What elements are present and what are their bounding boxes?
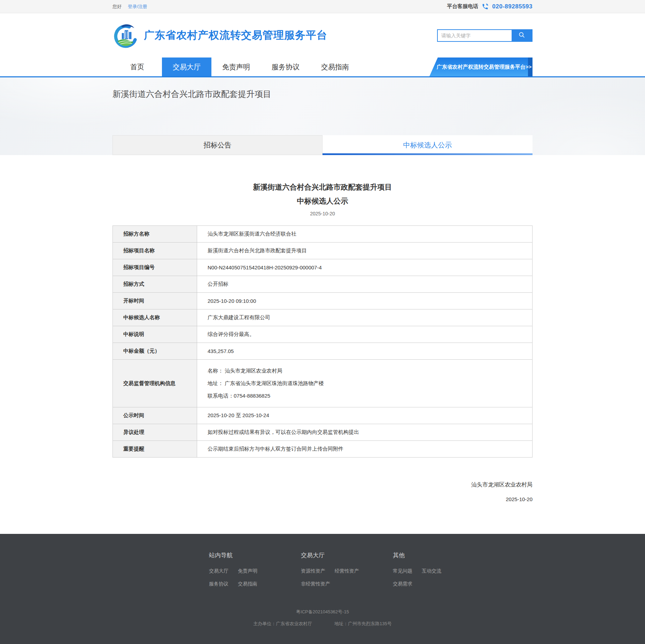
footer-link-row: 交易需求 (393, 581, 451, 587)
row-label: 招标方式 (113, 276, 197, 293)
row-label: 招标项目名称 (113, 243, 197, 259)
footer-link[interactable]: 交易大厅 (209, 568, 228, 574)
announcement-info-table: 招标方名称汕头市龙湖区新溪街道六合经济联合社招标项目名称新溪街道六合村合兴北路市… (112, 225, 533, 458)
nav-item-2[interactable]: 免责声明 (211, 58, 261, 76)
footer-link[interactable]: 交易需求 (393, 581, 412, 587)
footer-link[interactable]: 服务协议 (209, 581, 228, 587)
nav-item-3[interactable]: 服务协议 (261, 58, 310, 76)
ribbon-label: 广东省农村产权流转交易管理服务平台>> (429, 58, 533, 76)
hotline-number: 020-89285593 (492, 3, 533, 10)
tab-bar: 招标公告中标候选人公示 (112, 135, 533, 155)
footer-column-0: 站内导航交易大厅免责声明服务协议交易指南 (209, 551, 301, 593)
login-register-link[interactable]: 登录/注册 (128, 3, 147, 10)
table-row: 开标时间2025-10-20 09:10:00 (113, 293, 533, 309)
row-value: N00-N2440507515420418H-20250929-000007-4 (197, 259, 533, 276)
footer-link-row: 非经营性资产 (301, 581, 393, 587)
table-row: 公示时间2025-10-20 至 2025-10-24 (113, 407, 533, 424)
row-value: 汕头市龙湖区新溪街道六合经济联合社 (197, 226, 533, 243)
footer-column-1: 交易大厅资源性资产经营性资产非经营性资产 (301, 551, 393, 593)
footer-column-title: 站内导航 (209, 551, 301, 559)
announcement-title-line1: 新溪街道六合村合兴北路市政配套提升项目 (112, 180, 533, 194)
nav-item-4[interactable]: 交易指南 (310, 58, 360, 76)
table-row: 招标项目名称新溪街道六合村合兴北路市政配套提升项目 (113, 243, 533, 259)
table-row: 异议处理如对投标过程或结果有异议，可以在公示期内向交易监管机构提出 (113, 424, 533, 441)
footer-column-title: 交易大厅 (301, 551, 393, 559)
row-label: 开标时间 (113, 293, 197, 309)
table-row: 交易监督管理机构信息名称： 汕头市龙湖区农业农村局地址： 广东省汕头市龙湖区珠池… (113, 360, 533, 407)
search-box (437, 29, 533, 42)
table-row: 中标候选人名称广东大鼎建设工程有限公司 (113, 309, 533, 326)
footer-link-row: 常见问题互动交流 (393, 568, 451, 574)
footer-address: 地址：广州市先烈东路135号 (334, 621, 392, 626)
row-value: 2025-10-20 至 2025-10-24 (197, 407, 533, 424)
row-label: 中标候选人名称 (113, 309, 197, 326)
row-label: 中标金额（元） (113, 343, 197, 360)
row-label: 中标说明 (113, 326, 197, 343)
row-value: 公示期结束后招标方与中标人双方签订合同并上传合同附件 (197, 441, 533, 458)
signature-date: 2025-10-20 (112, 496, 533, 502)
footer-link[interactable]: 交易指南 (238, 581, 257, 587)
footer-link[interactable]: 资源性资产 (301, 568, 325, 574)
nav-item-0[interactable]: 首页 (112, 58, 162, 76)
footer-column-title: 其他 (393, 551, 451, 559)
hero-section: 新溪街道六合村合兴北路市政配套提升项目 招标公告中标候选人公示 (0, 77, 645, 155)
row-value-line: 名称： 汕头市龙湖区农业农村局 (208, 365, 529, 377)
site-footer: 站内导航交易大厅免责声明服务协议交易指南交易大厅资源性资产经营性资产非经营性资产… (0, 534, 645, 644)
announcement-title-line2: 中标候选人公示 (112, 194, 533, 208)
footer-column-2: 其他常见问题互动交流交易需求 (393, 551, 451, 593)
search-input[interactable] (438, 30, 512, 41)
signature-organization: 汕头市龙湖区农业农村局 (112, 481, 533, 489)
row-label: 异议处理 (113, 424, 197, 441)
brand[interactable]: 广东省农村产权流转交易管理服务平台 (112, 22, 327, 49)
footer-link[interactable]: 经营性资产 (335, 568, 359, 574)
row-label: 招标项目编号 (113, 259, 197, 276)
search-icon (518, 31, 525, 39)
site-header: 广东省农村产权流转交易管理服务平台 (0, 13, 645, 58)
footer-link-row: 资源性资产经营性资产 (301, 568, 393, 574)
row-value-line: 地址： 广东省汕头市龙湖区珠池街道珠池路物产楼 (208, 377, 529, 390)
row-value: 新溪街道六合村合兴北路市政配套提升项目 (197, 243, 533, 259)
row-value: 名称： 汕头市龙湖区农业农村局地址： 广东省汕头市龙湖区珠池街道珠池路物产楼联系… (197, 360, 533, 407)
row-value: 如对投标过程或结果有异议，可以在公示期内向交易监管机构提出 (197, 424, 533, 441)
table-row: 招标方名称汕头市龙湖区新溪街道六合经济联合社 (113, 226, 533, 243)
row-value: 公开招标 (197, 276, 533, 293)
tab-0[interactable]: 招标公告 (112, 135, 322, 155)
footer-link[interactable]: 非经营性资产 (301, 581, 330, 587)
announcement-date: 2025-10-20 (112, 211, 533, 216)
row-value-line: 联系电话：0754-88836825 (208, 390, 529, 402)
site-title: 广东省农村产权流转交易管理服务平台 (144, 28, 327, 43)
platform-logo-icon (112, 22, 139, 49)
page-title: 新溪街道六合村合兴北路市政配套提升项目 (112, 77, 533, 100)
announcement-content: 新溪街道六合村合兴北路市政配套提升项目 中标候选人公示 2025-10-20 招… (0, 155, 645, 534)
nav-ribbon-banner[interactable]: 广东省农村产权流转交易管理服务平台>> (429, 58, 533, 76)
row-value: 综合评分得分最高。 (197, 326, 533, 343)
row-value: 广东大鼎建设工程有限公司 (197, 309, 533, 326)
footer-link-row: 交易大厅免责声明 (209, 568, 301, 574)
footer-link[interactable]: 免责声明 (238, 568, 257, 574)
footer-link-row: 服务协议交易指南 (209, 581, 301, 587)
nav-item-1[interactable]: 交易大厅 (162, 58, 211, 76)
row-label: 公示时间 (113, 407, 197, 424)
table-row: 招标方式公开招标 (113, 276, 533, 293)
greeting-text: 您好 (112, 3, 122, 10)
table-row: 中标金额（元）435,257.05 (113, 343, 533, 360)
row-value: 2025-10-20 09:10:00 (197, 293, 533, 309)
row-value: 435,257.05 (197, 343, 533, 360)
footer-link[interactable]: 常见问题 (393, 568, 412, 574)
row-label: 交易监督管理机构信息 (113, 360, 197, 407)
footer-organizer: 主办单位：广东省农业农村厅 (253, 621, 312, 626)
phone-icon (482, 3, 489, 10)
topbar: 您好 登录/注册 平台客服电话 020-89285593 (0, 0, 645, 13)
table-row: 重要提醒公示期结束后招标方与中标人双方签订合同并上传合同附件 (113, 441, 533, 458)
row-label: 招标方名称 (113, 226, 197, 243)
footer-link[interactable]: 互动交流 (422, 568, 441, 574)
row-label: 重要提醒 (113, 441, 197, 458)
hotline-label: 平台客服电话 (447, 3, 478, 10)
table-row: 中标说明综合评分得分最高。 (113, 326, 533, 343)
tab-1[interactable]: 中标候选人公示 (322, 135, 533, 155)
search-button[interactable] (512, 30, 532, 41)
main-nav: 首页交易大厅免责声明服务协议交易指南 广东省农村产权流转交易管理服务平台>> (0, 58, 645, 76)
table-row: 招标项目编号N00-N2440507515420418H-20250929-00… (113, 259, 533, 276)
icp-record-number: 粤ICP备2021045362号-15 (112, 609, 533, 615)
